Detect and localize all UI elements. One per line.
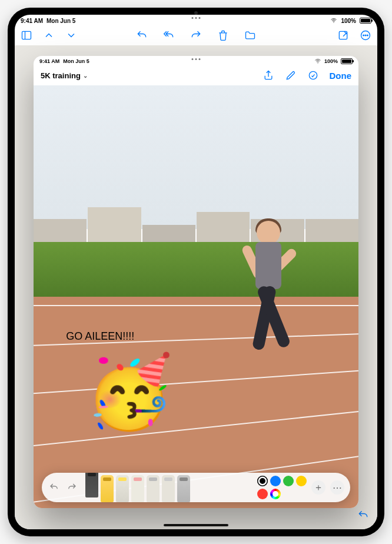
sheet-toolbar: 5K training ⌄ Done: [34, 65, 358, 85]
swatch-yellow[interactable]: [296, 476, 307, 486]
reply-all-icon[interactable]: [163, 29, 175, 41]
svg-point-4: [363, 35, 364, 36]
more-icon[interactable]: [360, 29, 371, 41]
svg-point-6: [367, 35, 368, 36]
folder-icon[interactable]: [244, 29, 256, 41]
sidebar-icon[interactable]: [21, 29, 32, 41]
svg-rect-1: [22, 31, 31, 39]
photo-canvas[interactable]: GO AILEEN!!!! 🥳: [34, 85, 358, 508]
done-button[interactable]: Done: [330, 71, 352, 81]
sheet-battery-pct: 100%: [324, 58, 338, 64]
svg-rect-2: [339, 31, 347, 39]
pencil-tool[interactable]: [177, 475, 190, 502]
tool-tray: [83, 473, 253, 502]
share-icon[interactable]: [263, 69, 274, 81]
runner-figure: [230, 221, 307, 397]
svg-point-5: [365, 35, 366, 36]
shelf-redo-icon[interactable]: [65, 481, 78, 494]
color-picker-icon[interactable]: [270, 489, 281, 499]
battery-icon: [360, 18, 371, 24]
shelf-undo-icon[interactable]: [48, 481, 61, 494]
home-indicator[interactable]: [164, 524, 228, 526]
highlighter-tool[interactable]: [116, 475, 129, 502]
shelf-more-icon[interactable]: ⋯: [330, 480, 344, 495]
chevron-down-icon: ⌄: [83, 72, 88, 79]
color-swatches: [257, 476, 307, 499]
sheet-wifi-icon: [314, 58, 321, 65]
markup-sheet: 9:41 AM Mon Jun 5 100% 5K training ⌄: [34, 56, 358, 508]
add-button[interactable]: ＋: [311, 480, 325, 495]
sheet-multitask-dots-icon[interactable]: [192, 58, 201, 60]
markup-tool-shelf: ＋ ⋯: [42, 473, 350, 502]
chevron-up-icon[interactable]: [43, 29, 55, 41]
markup-toggle-icon[interactable]: [285, 69, 297, 81]
status-date: Mon Jun 5: [46, 18, 75, 24]
swatch-green[interactable]: [283, 476, 294, 486]
text-annotation[interactable]: GO AILEEN!!!!: [66, 330, 134, 343]
chevron-down-icon[interactable]: [65, 29, 77, 41]
battery-pct: 100%: [341, 18, 356, 24]
multitask-dots-icon[interactable]: [192, 17, 201, 19]
status-time: 9:41 AM: [21, 18, 43, 24]
swatch-black[interactable]: [257, 476, 268, 486]
pen-tool[interactable]: [85, 473, 98, 497]
sheet-battery-icon: [341, 58, 353, 64]
reply-icon[interactable]: [357, 509, 369, 521]
sheet-time: 9:41 AM: [39, 58, 59, 64]
forward-icon[interactable]: [190, 29, 202, 41]
eraser-tool[interactable]: [131, 475, 144, 502]
outer-status-bar: 9:41 AM Mon Jun 5 100%: [15, 15, 377, 25]
ruler-tool[interactable]: [162, 475, 175, 502]
svg-point-7: [317, 63, 318, 64]
swatch-blue[interactable]: [270, 476, 281, 486]
swatch-red[interactable]: [257, 489, 268, 499]
svg-point-8: [309, 71, 317, 79]
undo-icon[interactable]: [136, 29, 148, 41]
document-title-button[interactable]: 5K training ⌄: [41, 71, 88, 80]
trash-icon[interactable]: [217, 29, 229, 41]
outer-toolbar: [15, 25, 377, 45]
marker-tool[interactable]: [101, 475, 114, 502]
lasso-tool[interactable]: [147, 475, 160, 502]
emoji-sticker[interactable]: 🥳: [85, 356, 174, 427]
sheet-status-bar: 9:41 AM Mon Jun 5 100%: [34, 56, 358, 65]
autoshape-icon[interactable]: [307, 69, 319, 81]
wifi-icon: [330, 17, 337, 24]
document-title-label: 5K training: [41, 71, 81, 80]
compose-icon[interactable]: [337, 29, 349, 41]
svg-point-0: [334, 22, 334, 22]
sheet-date: Mon Jun 5: [63, 58, 89, 64]
